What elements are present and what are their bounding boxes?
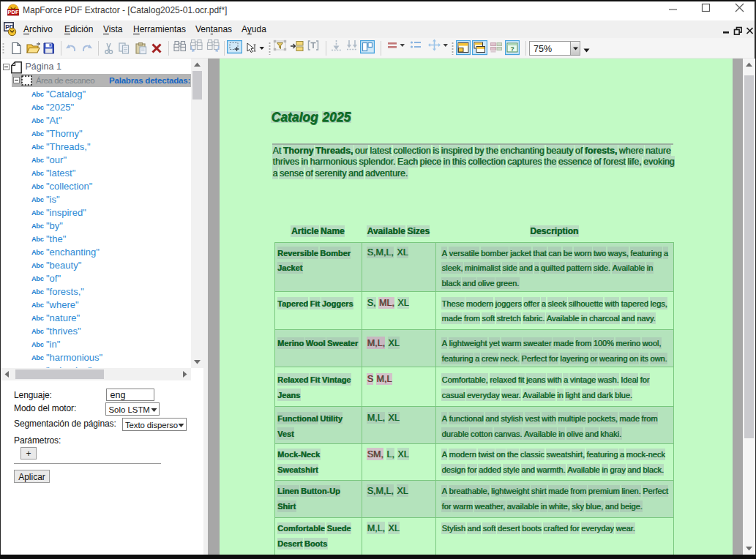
svg-text:?: ? — [511, 45, 514, 53]
svg-text:PDF: PDF — [8, 9, 19, 15]
